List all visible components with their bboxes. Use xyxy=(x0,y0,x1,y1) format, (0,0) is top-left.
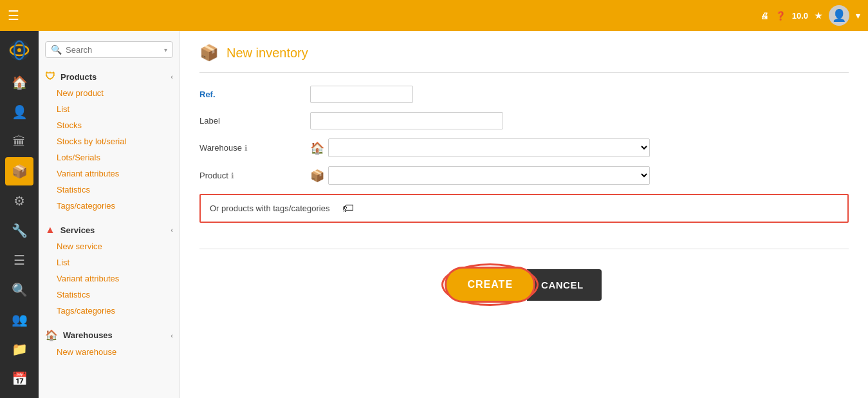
nav-sidebar: 🔍 ▾ 🛡 Products ‹ New product List Stocks… xyxy=(39,31,180,398)
nav-statistics[interactable]: Statistics xyxy=(39,182,180,198)
nav-variant-attributes[interactable]: Variant attributes xyxy=(39,166,180,182)
label-label: Label xyxy=(199,116,302,126)
version-label: 10.0 xyxy=(792,11,808,21)
products-collapse[interactable]: ‹ xyxy=(171,73,173,81)
topbar: ☰ 🖨 ❓ 10.0 ★ 👤 ▾ xyxy=(0,0,868,31)
nav-products-list[interactable]: List xyxy=(39,101,180,117)
nav-lots-serials[interactable]: Lots/Serials xyxy=(39,149,180,166)
search-dropdown-icon[interactable]: ▾ xyxy=(164,46,167,53)
warehouses-collapse[interactable]: ‹ xyxy=(171,332,173,339)
nav-folder[interactable]: 📁 xyxy=(5,335,33,363)
tags-row[interactable]: Or products with tags/categories 🏷 xyxy=(199,194,849,223)
icon-sidebar: 🏠 👤 🏛 📦 ⚙ 🔧 ☰ 🔍 👥 📁 📅 xyxy=(0,31,39,398)
products-icon: 🛡 xyxy=(45,71,55,82)
services-collapse[interactable]: ‹ xyxy=(171,226,173,234)
product-field-icon: 📦 xyxy=(310,169,324,183)
nav-new-service[interactable]: New service xyxy=(39,238,180,254)
nav-calendar[interactable]: 📅 xyxy=(5,365,33,393)
user-avatar[interactable]: 👤 xyxy=(829,5,849,26)
warehouses-icon: 🏠 xyxy=(45,329,58,341)
main-layout: 🏠 👤 🏛 📦 ⚙ 🔧 ☰ 🔍 👥 📁 📅 🔍 ▾ 🛡 Products ‹ N… xyxy=(0,31,868,398)
services-heading: Services xyxy=(60,225,95,235)
products-heading: Products xyxy=(60,72,97,82)
logo-icon xyxy=(5,36,33,64)
tags-icon: 🏷 xyxy=(342,202,354,215)
nav-inventory[interactable]: 📦 xyxy=(5,157,33,185)
warehouse-row: Warehouse ℹ 🏠 xyxy=(199,138,849,157)
nav-tags-categories[interactable]: Tags/categories xyxy=(39,198,180,214)
warehouses-section-header: 🏠 Warehouses ‹ xyxy=(39,324,180,344)
nav-services-tags[interactable]: Tags/categories xyxy=(39,303,180,319)
print-icon[interactable]: 🖨 xyxy=(761,11,769,21)
label-input[interactable] xyxy=(310,112,503,129)
warehouse-field-icon: 🏠 xyxy=(310,141,324,155)
nav-tools[interactable]: 🔧 xyxy=(5,216,33,245)
main-content: 📦 New inventory Ref. Label Warehouse ℹ xyxy=(180,31,868,398)
warehouse-select[interactable] xyxy=(328,138,650,157)
nav-person[interactable]: 👤 xyxy=(5,98,33,126)
services-section-header: ▲ Services ‹ xyxy=(39,219,180,238)
nav-list[interactable]: ☰ xyxy=(5,246,33,274)
search-bar-icon: 🔍 xyxy=(51,44,62,55)
warehouse-select-wrap: 🏠 xyxy=(310,138,849,157)
button-row: CREATE CANCEL xyxy=(199,269,849,301)
tags-label: Or products with tags/categories xyxy=(210,204,329,213)
topbar-right: 🖨 ❓ 10.0 ★ 👤 ▾ xyxy=(761,5,860,26)
warehouse-info-icon: ℹ xyxy=(245,144,248,153)
search-bar[interactable]: 🔍 ▾ xyxy=(45,41,173,58)
nav-home[interactable]: 🏠 xyxy=(5,68,33,97)
product-row: Product ℹ 📦 xyxy=(199,166,849,185)
help-icon[interactable]: ❓ xyxy=(775,11,786,21)
ref-label: Ref. xyxy=(199,90,302,99)
nav-new-product[interactable]: New product xyxy=(39,85,180,101)
page-title: New inventory xyxy=(226,46,308,61)
nav-search[interactable]: 🔍 xyxy=(5,276,33,304)
nav-stocks[interactable]: Stocks xyxy=(39,117,180,133)
nav-services-variant[interactable]: Variant attributes xyxy=(39,270,180,287)
product-info-icon: ℹ xyxy=(231,171,234,180)
warehouse-label: Warehouse ℹ xyxy=(199,143,302,153)
topbar-left: ☰ xyxy=(8,8,19,23)
create-button[interactable]: CREATE xyxy=(447,269,533,301)
hamburger-menu[interactable]: ☰ xyxy=(8,8,19,23)
create-wrapper: CREATE xyxy=(447,269,533,301)
nav-new-warehouse[interactable]: New warehouse xyxy=(39,344,180,360)
nav-stocks-lot[interactable]: Stocks by lot/serial xyxy=(39,133,180,149)
search-input[interactable] xyxy=(66,45,160,55)
label-row: Label xyxy=(199,112,849,129)
services-icon: ▲ xyxy=(45,224,55,236)
warehouses-heading: Warehouses xyxy=(63,330,113,340)
nav-services-statistics[interactable]: Statistics xyxy=(39,287,180,303)
product-select[interactable] xyxy=(328,166,650,185)
page-header: 📦 New inventory xyxy=(199,44,849,73)
svg-point-3 xyxy=(17,48,21,52)
products-section-header: 🛡 Products ‹ xyxy=(39,66,180,85)
nav-building[interactable]: 🏛 xyxy=(5,128,33,156)
nav-settings[interactable]: ⚙ xyxy=(5,187,33,215)
inventory-form: Ref. Label Warehouse ℹ 🏠 xyxy=(199,86,849,249)
product-label: Product ℹ xyxy=(199,171,302,180)
page-header-icon: 📦 xyxy=(199,44,219,62)
nav-services-list[interactable]: List xyxy=(39,254,180,270)
ref-input[interactable] xyxy=(310,86,413,103)
ref-row: Ref. xyxy=(199,86,849,103)
user-chevron[interactable]: ▾ xyxy=(856,11,860,21)
star-icon[interactable]: ★ xyxy=(815,11,822,21)
nav-users[interactable]: 👥 xyxy=(5,305,33,334)
product-select-wrap: 📦 xyxy=(310,166,849,185)
